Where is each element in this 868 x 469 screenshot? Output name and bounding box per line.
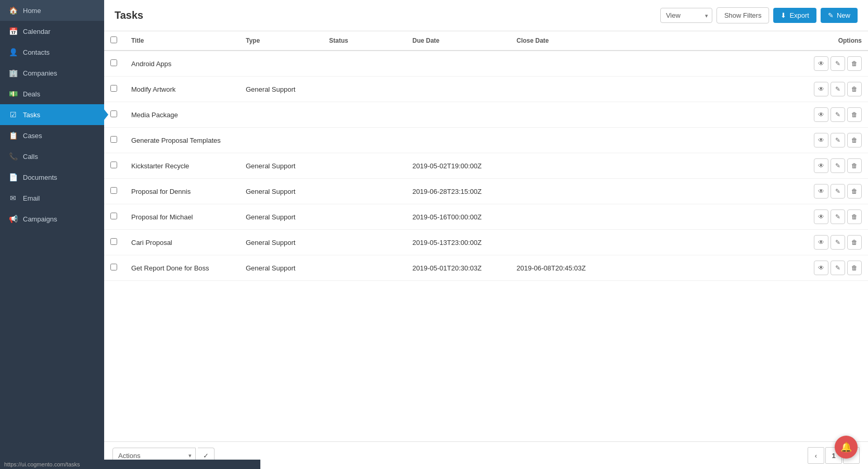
sidebar-item-cases[interactable]: 📋 Cases xyxy=(0,125,104,146)
delete-btn-0[interactable]: 🗑 xyxy=(847,56,862,71)
row-due-date-8: 2019-05-01T20:30:03Z xyxy=(406,255,510,281)
export-icon: ⬇ xyxy=(781,11,786,19)
row-close-date-2 xyxy=(510,102,625,128)
new-button[interactable]: ✎ New xyxy=(821,8,858,23)
sidebar-item-campaigns[interactable]: 📢 Campaigns xyxy=(0,208,104,229)
row-due-date-2 xyxy=(406,102,510,128)
row-title-7: Cari Proposal xyxy=(125,230,240,255)
row-checkbox-4[interactable] xyxy=(110,162,117,168)
delete-btn-5[interactable]: 🗑 xyxy=(847,184,862,199)
new-icon: ✎ xyxy=(828,11,834,19)
row-title-2: Media Package xyxy=(125,102,240,128)
sidebar-label-deals: Deals xyxy=(23,90,40,98)
row-due-date-6: 2019-05-16T00:00:00Z xyxy=(406,204,510,230)
view-select-wrap: View xyxy=(660,8,712,23)
export-button[interactable]: ⬇ Export xyxy=(773,8,816,23)
edit-btn-1[interactable]: ✎ xyxy=(831,82,845,96)
col-header-type: Type xyxy=(240,31,323,51)
delete-btn-4[interactable]: 🗑 xyxy=(847,158,862,173)
view-btn-0[interactable]: 👁 xyxy=(814,56,828,71)
notification-button[interactable]: 🔔 xyxy=(835,436,858,459)
sidebar-item-documents[interactable]: 📄 Documents xyxy=(0,167,104,188)
row-close-date-7 xyxy=(510,230,625,255)
row-status-2 xyxy=(323,102,406,128)
sidebar-item-deals[interactable]: 💵 Deals xyxy=(0,83,104,104)
prev-page-button[interactable]: ‹ xyxy=(808,447,824,464)
row-close-date-6 xyxy=(510,204,625,230)
row-status-3 xyxy=(323,128,406,153)
view-btn-4[interactable]: 👁 xyxy=(814,158,828,173)
sidebar-label-cases: Cases xyxy=(23,132,42,140)
edit-btn-2[interactable]: ✎ xyxy=(831,107,845,122)
delete-btn-1[interactable]: 🗑 xyxy=(847,82,862,96)
sidebar-item-calls[interactable]: 📞 Calls xyxy=(0,146,104,167)
notification-icon: 🔔 xyxy=(840,441,852,453)
sidebar-item-calendar[interactable]: 📅 Calendar xyxy=(0,21,104,42)
show-filters-button[interactable]: Show Filters xyxy=(716,7,770,23)
view-btn-1[interactable]: 👁 xyxy=(814,82,828,96)
row-checkbox-2[interactable] xyxy=(110,110,117,117)
edit-btn-8[interactable]: ✎ xyxy=(831,261,845,275)
view-select[interactable]: View xyxy=(660,8,712,23)
edit-btn-3[interactable]: ✎ xyxy=(831,133,845,147)
row-type-8: General Support xyxy=(240,255,323,281)
row-options-6: 👁 ✎ 🗑 xyxy=(625,204,868,230)
edit-btn-5[interactable]: ✎ xyxy=(831,184,845,199)
sidebar-icon-home: 🏠 xyxy=(8,6,18,15)
sidebar-icon-campaigns: 📢 xyxy=(8,215,18,223)
view-btn-8[interactable]: 👁 xyxy=(814,261,828,275)
delete-btn-7[interactable]: 🗑 xyxy=(847,235,862,250)
row-type-6: General Support xyxy=(240,204,323,230)
row-status-7 xyxy=(323,230,406,255)
row-checkbox-cell-3 xyxy=(104,128,125,153)
delete-btn-6[interactable]: 🗑 xyxy=(847,209,862,224)
table-row: Media Package 👁 ✎ 🗑 xyxy=(104,102,868,128)
delete-btn-3[interactable]: 🗑 xyxy=(847,133,862,147)
view-btn-7[interactable]: 👁 xyxy=(814,235,828,250)
edit-btn-6[interactable]: ✎ xyxy=(831,209,845,224)
sidebar-item-home[interactable]: 🏠 Home xyxy=(0,0,104,21)
row-options-2: 👁 ✎ 🗑 xyxy=(625,102,868,128)
sidebar-label-calls: Calls xyxy=(23,153,38,161)
sidebar-icon-email: ✉ xyxy=(8,194,18,202)
row-checkbox-cell-5 xyxy=(104,179,125,204)
sidebar-label-companies: Companies xyxy=(23,69,57,77)
sidebar-icon-contacts: 👤 xyxy=(8,48,18,56)
sidebar-item-email[interactable]: ✉ Email xyxy=(0,188,104,208)
row-checkbox-3[interactable] xyxy=(110,136,117,143)
table-row: Proposal for Dennis General Support 2019… xyxy=(104,179,868,204)
edit-btn-7[interactable]: ✎ xyxy=(831,235,845,250)
table-body: Android Apps 👁 ✎ 🗑 Modify Artwork Genera… xyxy=(104,51,868,281)
view-btn-6[interactable]: 👁 xyxy=(814,209,828,224)
main-content: Tasks View Show Filters ⬇ Export ✎ New xyxy=(104,0,868,469)
delete-btn-8[interactable]: 🗑 xyxy=(847,261,862,275)
delete-btn-2[interactable]: 🗑 xyxy=(847,107,862,122)
view-btn-3[interactable]: 👁 xyxy=(814,133,828,147)
sidebar-label-calendar: Calendar xyxy=(23,28,51,35)
row-type-7: General Support xyxy=(240,230,323,255)
edit-btn-0[interactable]: ✎ xyxy=(831,56,845,71)
sidebar-item-companies[interactable]: 🏢 Companies xyxy=(0,63,104,83)
row-checkbox-0[interactable] xyxy=(110,59,117,66)
edit-btn-4[interactable]: ✎ xyxy=(831,158,845,173)
row-status-8 xyxy=(323,255,406,281)
view-btn-5[interactable]: 👁 xyxy=(814,184,828,199)
sidebar-item-tasks[interactable]: ☑ Tasks xyxy=(0,104,104,125)
view-btn-2[interactable]: 👁 xyxy=(814,107,828,122)
page-header: Tasks View Show Filters ⬇ Export ✎ New xyxy=(104,0,868,31)
table-row: Cari Proposal General Support 2019-05-13… xyxy=(104,230,868,255)
table-row: Generate Proposal Templates 👁 ✎ 🗑 xyxy=(104,128,868,153)
row-checkbox-7[interactable] xyxy=(110,238,117,245)
select-all-checkbox[interactable] xyxy=(110,36,117,43)
sidebar-icon-documents: 📄 xyxy=(8,173,18,181)
row-checkbox-6[interactable] xyxy=(110,213,117,219)
row-checkbox-cell-1 xyxy=(104,77,125,102)
row-checkbox-5[interactable] xyxy=(110,187,117,194)
sidebar-item-contacts[interactable]: 👤 Contacts xyxy=(0,42,104,63)
sidebar-icon-deals: 💵 xyxy=(8,90,18,98)
col-header-title: Title xyxy=(125,31,240,51)
row-checkbox-8[interactable] xyxy=(110,264,117,270)
row-title-8: Get Report Done for Boss xyxy=(125,255,240,281)
status-url: https://ui.cogmento.com/tasks xyxy=(4,461,80,467)
row-checkbox-1[interactable] xyxy=(110,85,117,92)
